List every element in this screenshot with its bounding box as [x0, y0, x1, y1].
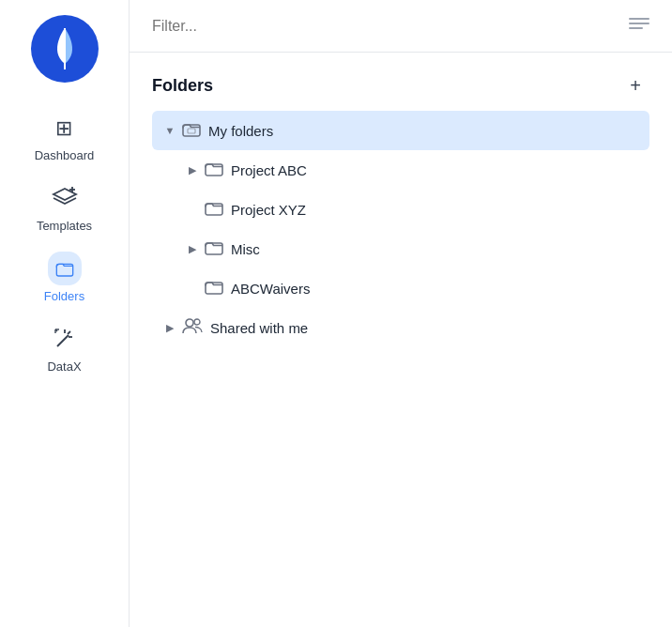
sidebar-label-folders: Folders: [44, 289, 84, 303]
chevron-down-icon: ▼: [163, 125, 176, 136]
app-logo[interactable]: [31, 15, 99, 83]
datax-icon: [48, 322, 82, 356]
sidebar-label-dashboard: Dashboard: [35, 148, 95, 162]
chevron-right-icon: ▶: [186, 164, 199, 176]
chevron-right-icon-shared: ▶: [163, 322, 176, 334]
tree-label-abcwaivers: ABCWaivers: [231, 281, 310, 297]
svg-line-10: [68, 331, 70, 334]
tree-label-project-abc: Project ABC: [231, 162, 307, 178]
folder-icon-project-xyz: [205, 199, 223, 220]
tree-item-my-folders[interactable]: ▼ My folders: [152, 111, 649, 150]
sidebar-item-datax[interactable]: DataX: [0, 313, 129, 383]
tree-item-project-abc[interactable]: ▶ Project ABC: [152, 150, 649, 190]
folder-icon-project-abc: [205, 160, 223, 180]
svg-line-8: [57, 335, 69, 346]
svg-point-24: [186, 319, 193, 327]
dashboard-icon: ⊞: [48, 111, 82, 145]
folders-header: Folders +: [152, 71, 649, 99]
shared-users-icon: [182, 317, 203, 338]
sidebar-label-templates: Templates: [37, 219, 92, 233]
sidebar-label-datax: DataX: [47, 359, 81, 374]
tree-item-abcwaivers[interactable]: ABCWaivers: [152, 268, 649, 308]
sidebar-item-templates[interactable]: Templates: [0, 172, 129, 242]
folder-tree: ▼ My folders ▶: [152, 111, 649, 347]
tree-item-project-xyz[interactable]: Project XYZ: [152, 190, 649, 229]
tree-item-misc[interactable]: ▶ Misc: [152, 229, 649, 268]
tree-item-shared-with-me[interactable]: ▶ Shared with me: [152, 308, 649, 347]
templates-icon: [48, 181, 82, 215]
folders-title: Folders: [152, 76, 213, 96]
filter-back-icon[interactable]: [629, 15, 649, 37]
sidebar-item-dashboard[interactable]: ⊞ Dashboard: [0, 101, 129, 172]
sidebar: ⊞ Dashboard Templates Folde: [0, 0, 130, 627]
main-content: Folders + ▼ My folders ▶: [130, 0, 672, 627]
tree-label-shared-with-me: Shared with me: [210, 320, 308, 336]
folder-icon-misc: [205, 238, 223, 259]
folders-icon: [48, 252, 82, 285]
tree-label-my-folders: My folders: [208, 123, 273, 139]
folders-section: Folders + ▼ My folders ▶: [130, 53, 672, 347]
tree-label-project-xyz: Project XYZ: [231, 202, 306, 218]
folder-icon-abcwaivers: [205, 278, 223, 298]
sidebar-item-folders[interactable]: Folders: [0, 242, 129, 313]
tree-label-misc: Misc: [231, 241, 260, 257]
chevron-right-icon-misc: ▶: [186, 243, 199, 255]
filter-bar: [130, 0, 672, 53]
svg-point-25: [194, 319, 200, 325]
add-folder-button[interactable]: +: [621, 71, 649, 99]
folder-image-icon: [182, 120, 201, 141]
svg-text:⊞: ⊞: [55, 116, 72, 140]
svg-rect-19: [188, 129, 195, 133]
filter-input[interactable]: [152, 18, 621, 35]
